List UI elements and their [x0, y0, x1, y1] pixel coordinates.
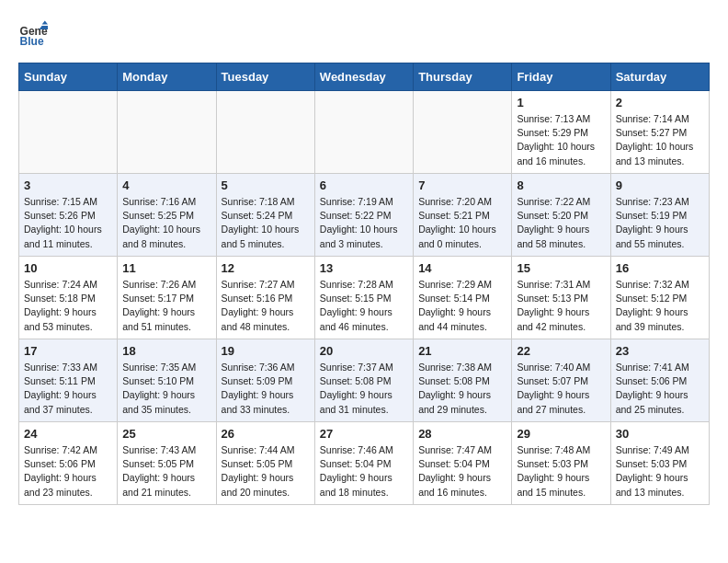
day-info: Sunrise: 7:13 AMSunset: 5:29 PMDaylight:…	[517, 112, 605, 168]
day-info: Sunrise: 7:23 AMSunset: 5:19 PMDaylight:…	[616, 195, 704, 251]
calendar-cell: 24Sunrise: 7:42 AMSunset: 5:06 PMDayligh…	[19, 422, 118, 505]
day-info: Sunrise: 7:19 AMSunset: 5:22 PMDaylight:…	[320, 195, 408, 251]
calendar-cell	[314, 91, 413, 174]
calendar-cell: 22Sunrise: 7:40 AMSunset: 5:07 PMDayligh…	[512, 339, 610, 422]
day-info: Sunrise: 7:27 AMSunset: 5:16 PMDaylight:…	[222, 278, 310, 334]
day-info: Sunrise: 7:46 AMSunset: 5:04 PMDaylight:…	[320, 443, 408, 500]
day-number: 1	[517, 96, 605, 109]
day-info: Sunrise: 7:26 AMSunset: 5:17 PMDaylight:…	[122, 278, 210, 334]
day-number: 29	[517, 427, 605, 441]
weekday-header-sunday: Sunday	[19, 63, 118, 91]
day-number: 16	[616, 261, 704, 275]
svg-text:Blue: Blue	[20, 35, 44, 48]
calendar-cell: 30Sunrise: 7:49 AMSunset: 5:03 PMDayligh…	[610, 422, 709, 505]
calendar-cell	[19, 91, 118, 174]
day-number: 25	[122, 427, 210, 441]
calendar-cell: 18Sunrise: 7:35 AMSunset: 5:10 PMDayligh…	[118, 339, 216, 422]
day-number: 14	[418, 261, 506, 275]
calendar-cell: 20Sunrise: 7:37 AMSunset: 5:08 PMDayligh…	[314, 339, 413, 422]
day-info: Sunrise: 7:22 AMSunset: 5:20 PMDaylight:…	[517, 195, 605, 251]
day-number: 2	[616, 96, 704, 109]
calendar-cell	[216, 91, 314, 174]
day-number: 3	[24, 178, 112, 192]
day-number: 8	[517, 178, 605, 192]
day-info: Sunrise: 7:44 AMSunset: 5:05 PMDaylight:…	[222, 443, 310, 500]
calendar-cell: 17Sunrise: 7:33 AMSunset: 5:11 PMDayligh…	[19, 339, 118, 422]
weekday-header-saturday: Saturday	[610, 63, 709, 91]
calendar-cell: 1Sunrise: 7:13 AMSunset: 5:29 PMDaylight…	[512, 91, 610, 174]
calendar-cell: 19Sunrise: 7:36 AMSunset: 5:09 PMDayligh…	[216, 339, 314, 422]
day-info: Sunrise: 7:36 AMSunset: 5:09 PMDaylight:…	[222, 361, 310, 417]
day-number: 19	[222, 344, 310, 358]
calendar-cell: 13Sunrise: 7:28 AMSunset: 5:15 PMDayligh…	[314, 257, 413, 339]
calendar-cell: 6Sunrise: 7:19 AMSunset: 5:22 PMDaylight…	[314, 174, 413, 257]
calendar-week-row: 1Sunrise: 7:13 AMSunset: 5:29 PMDaylight…	[19, 91, 710, 174]
weekday-header-monday: Monday	[118, 63, 216, 91]
day-number: 11	[122, 261, 210, 275]
calendar-week-row: 3Sunrise: 7:15 AMSunset: 5:26 PMDaylight…	[19, 174, 710, 257]
day-info: Sunrise: 7:15 AMSunset: 5:26 PMDaylight:…	[24, 195, 112, 251]
day-number: 21	[418, 344, 506, 358]
day-info: Sunrise: 7:38 AMSunset: 5:08 PMDaylight:…	[418, 361, 506, 417]
svg-marker-2	[42, 20, 48, 24]
day-number: 28	[418, 427, 506, 441]
calendar-week-row: 10Sunrise: 7:24 AMSunset: 5:18 PMDayligh…	[19, 257, 710, 339]
day-info: Sunrise: 7:14 AMSunset: 5:27 PMDaylight:…	[616, 112, 704, 168]
calendar-cell	[118, 91, 216, 174]
calendar-cell: 2Sunrise: 7:14 AMSunset: 5:27 PMDaylight…	[610, 91, 709, 174]
day-number: 5	[222, 178, 310, 192]
day-number: 27	[320, 427, 408, 441]
calendar-cell: 14Sunrise: 7:29 AMSunset: 5:14 PMDayligh…	[414, 257, 512, 339]
day-info: Sunrise: 7:33 AMSunset: 5:11 PMDaylight:…	[24, 361, 112, 417]
day-info: Sunrise: 7:49 AMSunset: 5:03 PMDaylight:…	[616, 443, 704, 500]
day-number: 10	[24, 261, 112, 275]
calendar-table: SundayMondayTuesdayWednesdayThursdayFrid…	[18, 63, 710, 505]
day-info: Sunrise: 7:24 AMSunset: 5:18 PMDaylight:…	[24, 278, 112, 334]
calendar-cell: 3Sunrise: 7:15 AMSunset: 5:26 PMDaylight…	[19, 174, 118, 257]
day-number: 26	[222, 427, 310, 441]
weekday-header-wednesday: Wednesday	[314, 63, 413, 91]
logo: General Blue	[18, 18, 51, 48]
calendar-cell: 25Sunrise: 7:43 AMSunset: 5:05 PMDayligh…	[118, 422, 216, 505]
calendar-cell: 9Sunrise: 7:23 AMSunset: 5:19 PMDaylight…	[610, 174, 709, 257]
day-number: 30	[616, 427, 704, 441]
day-number: 17	[24, 344, 112, 358]
calendar-cell: 23Sunrise: 7:41 AMSunset: 5:06 PMDayligh…	[610, 339, 709, 422]
calendar-cell: 8Sunrise: 7:22 AMSunset: 5:20 PMDaylight…	[512, 174, 610, 257]
weekday-header-friday: Friday	[512, 63, 610, 91]
calendar-cell: 15Sunrise: 7:31 AMSunset: 5:13 PMDayligh…	[512, 257, 610, 339]
day-info: Sunrise: 7:32 AMSunset: 5:12 PMDaylight:…	[616, 278, 704, 334]
calendar-cell: 29Sunrise: 7:48 AMSunset: 5:03 PMDayligh…	[512, 422, 610, 505]
logo-icon: General Blue	[18, 18, 48, 48]
day-info: Sunrise: 7:48 AMSunset: 5:03 PMDaylight:…	[517, 443, 605, 500]
calendar-cell: 5Sunrise: 7:18 AMSunset: 5:24 PMDaylight…	[216, 174, 314, 257]
day-number: 6	[320, 178, 408, 192]
calendar-cell: 27Sunrise: 7:46 AMSunset: 5:04 PMDayligh…	[314, 422, 413, 505]
calendar-cell: 11Sunrise: 7:26 AMSunset: 5:17 PMDayligh…	[118, 257, 216, 339]
day-number: 24	[24, 427, 112, 441]
weekday-header-tuesday: Tuesday	[216, 63, 314, 91]
day-number: 15	[517, 261, 605, 275]
day-number: 9	[616, 178, 704, 192]
day-info: Sunrise: 7:43 AMSunset: 5:05 PMDaylight:…	[122, 443, 210, 500]
weekday-header-thursday: Thursday	[414, 63, 512, 91]
day-info: Sunrise: 7:47 AMSunset: 5:04 PMDaylight:…	[418, 443, 506, 500]
day-info: Sunrise: 7:35 AMSunset: 5:10 PMDaylight:…	[122, 361, 210, 417]
day-number: 23	[616, 344, 704, 358]
day-info: Sunrise: 7:42 AMSunset: 5:06 PMDaylight:…	[24, 443, 112, 500]
calendar-cell	[414, 91, 512, 174]
day-number: 12	[222, 261, 310, 275]
calendar-cell: 21Sunrise: 7:38 AMSunset: 5:08 PMDayligh…	[414, 339, 512, 422]
day-number: 7	[418, 178, 506, 192]
calendar-cell: 16Sunrise: 7:32 AMSunset: 5:12 PMDayligh…	[610, 257, 709, 339]
calendar-cell: 12Sunrise: 7:27 AMSunset: 5:16 PMDayligh…	[216, 257, 314, 339]
day-number: 22	[517, 344, 605, 358]
calendar-week-row: 24Sunrise: 7:42 AMSunset: 5:06 PMDayligh…	[19, 422, 710, 505]
day-number: 13	[320, 261, 408, 275]
calendar-cell: 10Sunrise: 7:24 AMSunset: 5:18 PMDayligh…	[19, 257, 118, 339]
day-number: 20	[320, 344, 408, 358]
day-info: Sunrise: 7:18 AMSunset: 5:24 PMDaylight:…	[222, 195, 310, 251]
day-info: Sunrise: 7:28 AMSunset: 5:15 PMDaylight:…	[320, 278, 408, 334]
page-header: General Blue	[18, 18, 710, 48]
day-number: 18	[122, 344, 210, 358]
